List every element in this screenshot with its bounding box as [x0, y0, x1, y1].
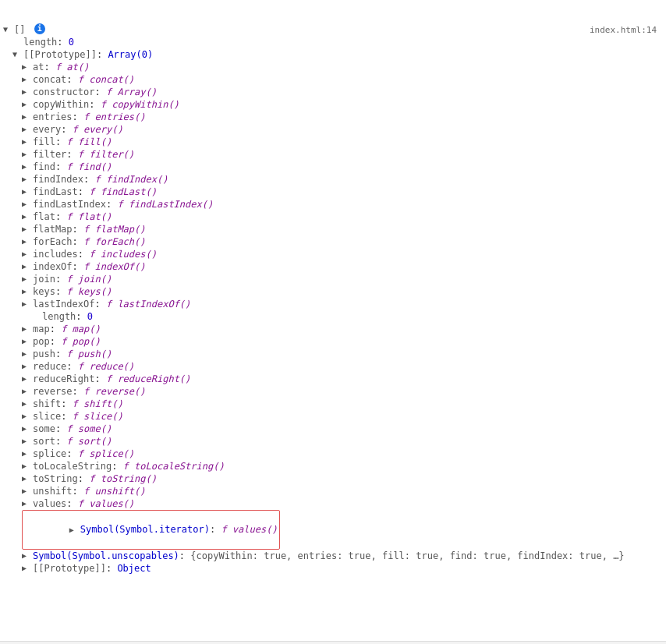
method-constructor[interactable]: constructor: f Array() — [0, 86, 666, 98]
method-toLocaleString[interactable]: toLocaleString: f toLocaleString() — [0, 460, 666, 472]
fill-arrow[interactable] — [22, 136, 31, 148]
flatMap-arrow[interactable] — [22, 223, 31, 235]
at-arrow[interactable] — [22, 61, 31, 73]
top-level-array[interactable]: [] i — [0, 23, 666, 36]
filter-arrow[interactable] — [22, 148, 31, 161]
shift-arrow[interactable] — [22, 398, 31, 410]
flat-arrow[interactable] — [22, 211, 31, 223]
symbol-iterator-row[interactable]: Symbol(Symbol.iterator): f values() — [0, 510, 666, 550]
includes-arrow[interactable] — [22, 248, 31, 260]
unscopables-value: {copyWithin: true, entries: true, fill: … — [190, 550, 624, 562]
copyWithin-arrow[interactable] — [22, 98, 31, 111]
reverse-arrow[interactable] — [22, 385, 31, 398]
unscopables-arrow[interactable] — [22, 550, 31, 562]
proto-label: [[Prototype]] — [23, 48, 97, 61]
symbol-iterator-arrow[interactable] — [69, 524, 79, 536]
method-toString[interactable]: toString: f toString() — [0, 472, 666, 485]
method-every[interactable]: every: f every() — [0, 123, 666, 136]
method-flat[interactable]: flat: f flat() — [0, 211, 666, 223]
entries-arrow[interactable] — [22, 111, 31, 123]
method-sort[interactable]: sort: f sort() — [0, 435, 666, 448]
array-label: [] — [14, 23, 31, 36]
symbol-unscopables-row[interactable]: Symbol(Symbol.unscopables): {copyWithin:… — [0, 550, 666, 562]
method-concat[interactable]: concat: f concat() — [0, 73, 666, 86]
devtools-panel: index.html:14 [] i length : 0 [[Prototyp… — [0, 19, 666, 644]
object-typename: Object — [117, 562, 151, 575]
method-findIndex[interactable]: findIndex: f findIndex() — [0, 173, 666, 186]
toLocaleString-arrow[interactable] — [22, 460, 31, 472]
join-arrow[interactable] — [22, 273, 31, 285]
findLastIndex-arrow[interactable] — [22, 198, 31, 211]
sort-arrow[interactable] — [22, 435, 31, 448]
method-values[interactable]: values: f values() — [0, 497, 666, 510]
method-forEach[interactable]: forEach: f forEach() — [0, 235, 666, 248]
indexOf-arrow[interactable] — [22, 260, 31, 273]
method-pop[interactable]: pop: f pop() — [0, 335, 666, 348]
method-slice[interactable]: slice: f slice() — [0, 410, 666, 423]
method-includes[interactable]: includes: f includes() — [0, 248, 666, 260]
slice-arrow[interactable] — [22, 410, 31, 423]
info-icon[interactable]: i — [34, 23, 45, 34]
method-filter[interactable]: filter: f filter() — [0, 148, 666, 161]
method-push[interactable]: push: f push() — [0, 348, 666, 360]
method-map[interactable]: map: f map() — [0, 323, 666, 335]
array-typename: Array(0) — [108, 48, 153, 61]
method-copyWithin[interactable]: copyWithin: f copyWithin() — [0, 98, 666, 111]
proto-proto-label: [[Prototype]] — [33, 562, 106, 575]
proto-proto-arrow[interactable] — [22, 562, 31, 575]
console-output: [] i length : 0 [[Prototype]] : Array(0)… — [0, 19, 666, 579]
method-findLastIndex[interactable]: findLastIndex: f findLastIndex() — [0, 198, 666, 211]
method-findLast[interactable]: findLast: f findLast() — [0, 186, 666, 198]
method-reverse[interactable]: reverse: f reverse() — [0, 385, 666, 398]
proto-length: length: 0 — [0, 310, 666, 323]
length-value: 0 — [69, 36, 74, 48]
constructor-arrow[interactable] — [22, 86, 31, 98]
lastIndexOf-arrow[interactable] — [22, 298, 31, 310]
map-arrow[interactable] — [22, 323, 31, 335]
method-reduceRight[interactable]: reduceRight: f reduceRight() — [0, 373, 666, 385]
method-splice[interactable]: splice: f splice() — [0, 448, 666, 460]
proto-proto-row[interactable]: [[Prototype]]: Object — [0, 562, 666, 575]
method-find[interactable]: find: f find() — [0, 161, 666, 173]
findLast-arrow[interactable] — [22, 186, 31, 198]
method-lastIndexOf[interactable]: lastIndexOf: f lastIndexOf() — [0, 298, 666, 310]
pop-arrow[interactable] — [22, 335, 31, 348]
method-reduce[interactable]: reduce: f reduce() — [0, 360, 666, 373]
symbol-iterator-value: f values() — [221, 524, 277, 535]
proto-arrow[interactable] — [12, 48, 22, 61]
prototype-node[interactable]: [[Prototype]] : Array(0) — [0, 48, 666, 61]
length-property: length : 0 — [0, 36, 666, 48]
expand-arrow[interactable] — [3, 23, 12, 36]
toString-arrow[interactable] — [22, 472, 31, 485]
method-entries[interactable]: entries: f entries() — [0, 111, 666, 123]
splice-arrow[interactable] — [22, 448, 31, 460]
method-keys[interactable]: keys: f keys() — [0, 285, 666, 298]
forEach-arrow[interactable] — [22, 235, 31, 248]
keys-arrow[interactable] — [22, 285, 31, 298]
values-arrow[interactable] — [22, 497, 31, 510]
find-arrow[interactable] — [22, 161, 31, 173]
method-join[interactable]: join: f join() — [0, 273, 666, 285]
some-arrow[interactable] — [22, 423, 31, 435]
method-some[interactable]: some: f some() — [0, 423, 666, 435]
reduceRight-arrow[interactable] — [22, 373, 31, 385]
method-indexOf[interactable]: indexOf: f indexOf() — [0, 260, 666, 273]
push-arrow[interactable] — [22, 348, 31, 360]
method-flatMap[interactable]: flatMap: f flatMap() — [0, 223, 666, 235]
reduce-arrow[interactable] — [22, 360, 31, 373]
file-reference[interactable]: index.html:14 — [590, 25, 657, 35]
bottom-bar: > php 中文网 — [0, 641, 666, 644]
length-key: length — [23, 36, 57, 48]
method-unshift[interactable]: unshift: f unshift() — [0, 485, 666, 497]
unshift-arrow[interactable] — [22, 485, 31, 497]
method-at[interactable]: at: f at() — [0, 61, 666, 73]
findIndex-arrow[interactable] — [22, 173, 31, 186]
method-fill[interactable]: fill: f fill() — [0, 136, 666, 148]
method-shift[interactable]: shift: f shift() — [0, 398, 666, 410]
every-arrow[interactable] — [22, 123, 31, 136]
concat-arrow[interactable] — [22, 73, 31, 86]
